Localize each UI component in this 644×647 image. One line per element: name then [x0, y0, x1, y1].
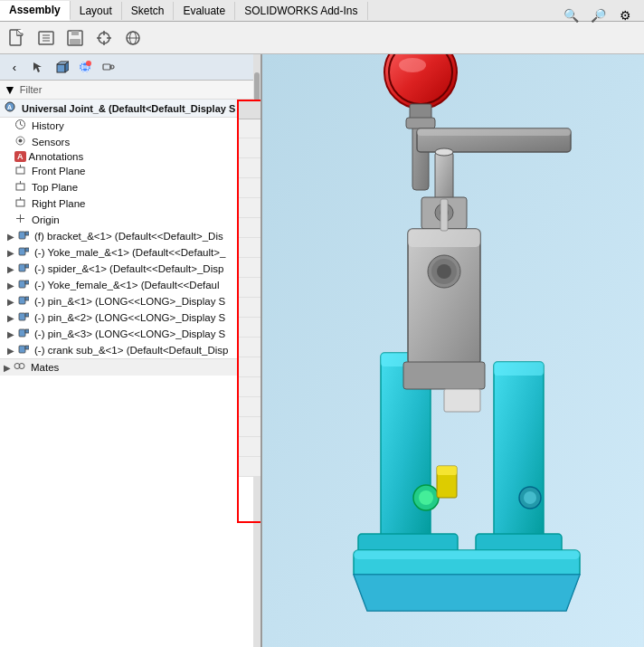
- col-spider-row: [238, 338, 262, 357]
- svg-rect-27: [103, 64, 110, 70]
- tree-item-sensors[interactable]: Sensors: [0, 134, 260, 150]
- svg-rect-57: [19, 346, 25, 353]
- svg-rect-122: [494, 362, 544, 376]
- settings-icon[interactable]: ⚙: [613, 4, 637, 27]
- annotations-label: Annotations: [29, 151, 84, 162]
- tree-item-pin1[interactable]: ▶ (-) pin_&<1> (LONG<<LONG>_Display S: [0, 293, 260, 309]
- svg-rect-7: [71, 31, 79, 35]
- globe-button[interactable]: [119, 24, 147, 52]
- panel-back-button[interactable]: ‹: [4, 57, 25, 77]
- tree-item-history[interactable]: History: [0, 118, 260, 134]
- svg-marker-141: [354, 575, 580, 611]
- col-right-plane-row: [238, 258, 262, 278]
- expand-icon-pin2: ▶: [7, 313, 14, 323]
- tree-item-right-plane[interactable]: Right Plane: [0, 195, 260, 212]
- panel-globe-icon: [78, 60, 92, 74]
- pin3-label: (-) pin_&<3> (LONG<<LONG>_Display S: [34, 328, 225, 339]
- tab-sketch[interactable]: Sketch: [122, 2, 175, 20]
- tree-item-origin[interactable]: Origin: [0, 212, 260, 228]
- tree-item-yoke-male[interactable]: ▶ (-) Yoke_male_&<1> (Default<<Default>_: [0, 244, 260, 261]
- col-root-row: [238, 138, 262, 158]
- svg-marker-52: [25, 297, 29, 300]
- tab-solidworks-addins[interactable]: SOLIDWORKS Add-Ins: [235, 2, 367, 20]
- tree-item-pin3[interactable]: ▶ (-) pin_&<3> (LONG<<LONG>_Display S: [0, 326, 260, 342]
- component-icon-yoke-male: [17, 245, 32, 260]
- panel-arrow-button[interactable]: [98, 57, 119, 77]
- expand-icon-bracket: ▶: [7, 232, 14, 242]
- bracket-label: (f) bracket_&<1> (Default<<Default>_Dis: [34, 231, 223, 242]
- component-icon-spider: [17, 262, 32, 276]
- svg-point-33: [19, 139, 23, 143]
- tree-root-item[interactable]: A Universal Joint_& (Default<Default_Dis…: [0, 100, 260, 118]
- col-filter-row: [238, 119, 262, 138]
- history-label: History: [32, 120, 64, 131]
- filter-icon: ▼: [4, 82, 16, 97]
- expand-icon-mates: ▶: [4, 363, 11, 373]
- component-icon-crank: [17, 343, 32, 357]
- svg-rect-47: [19, 264, 25, 271]
- component-icon-pin2: [17, 310, 32, 325]
- tree-item-pin2[interactable]: ▶ (-) pin_&<2> (LONG<<LONG>_Display S: [0, 309, 260, 326]
- 3d-view-area[interactable]: [262, 54, 644, 647]
- col-sensors-row: [238, 178, 262, 198]
- expand-icon-pin1: ▶: [7, 297, 14, 307]
- svg-rect-49: [19, 281, 25, 288]
- tree-item-crank[interactable]: ▶ (-) crank sub_&<1> (Default<Default_Di…: [0, 342, 260, 358]
- tree-item-mates[interactable]: ▶ Mates: [0, 358, 260, 376]
- tab-layout[interactable]: Layout: [71, 2, 122, 20]
- top-plane-label: Top Plane: [32, 182, 78, 193]
- col-front-plane-row: [238, 218, 262, 238]
- mates-label: Mates: [31, 362, 59, 373]
- tree-item-spider[interactable]: ▶ (-) spider_&<1> (Default<<Default>_Dis…: [0, 261, 260, 277]
- save-button[interactable]: [62, 24, 89, 52]
- component-icon-pin1: [17, 294, 32, 309]
- tree-item-top-plane[interactable]: Top Plane: [0, 179, 260, 195]
- expand-icon-spider: ▶: [7, 264, 14, 274]
- new-button[interactable]: [4, 24, 31, 52]
- panel-globe-button[interactable]: [74, 57, 96, 77]
- crosshair-button[interactable]: [90, 24, 118, 52]
- list-button[interactable]: [33, 24, 60, 52]
- pin2-label: (-) pin_&<2> (LONG<<LONG>_Display S: [34, 312, 225, 323]
- svg-rect-8: [70, 39, 80, 44]
- svg-marker-58: [25, 346, 29, 349]
- expand-icon-yoke-male: ▶: [7, 248, 14, 258]
- feature-tree-panel: ‹: [0, 54, 262, 647]
- search-icon[interactable]: 🔍: [559, 4, 582, 27]
- annotations-icon: A: [14, 151, 26, 162]
- save-icon: [65, 28, 85, 48]
- col-annotations-row: [238, 198, 262, 218]
- list-icon: [36, 28, 56, 48]
- svg-rect-37: [16, 184, 24, 190]
- svg-rect-112: [435, 152, 453, 202]
- col-pin2-row: [238, 397, 262, 417]
- svg-rect-125: [354, 550, 580, 559]
- globe-icon: [123, 28, 143, 48]
- mates-icon: [14, 360, 28, 375]
- expand-icon-pin3: ▶: [7, 329, 14, 339]
- main-toolbar: [0, 22, 644, 54]
- zoom-icon[interactable]: 🔎: [586, 4, 610, 27]
- tree-item-yoke-female[interactable]: ▶ (-) Yoke_female_&<1> (Default<<Defaul: [0, 277, 260, 293]
- tab-assembly[interactable]: Assembly: [0, 1, 71, 21]
- svg-point-130: [437, 264, 451, 279]
- svg-rect-35: [16, 167, 24, 174]
- svg-rect-131: [403, 362, 485, 389]
- tree-item-bracket[interactable]: ▶ (f) bracket_&<1> (Default<<Default>_Di…: [0, 228, 260, 244]
- svg-rect-55: [19, 329, 25, 337]
- panel-cube-button[interactable]: [51, 57, 72, 77]
- svg-rect-111: [417, 128, 571, 136]
- svg-text:A: A: [7, 104, 12, 110]
- yoke-male-label: (-) Yoke_male_&<1> (Default<<Default>_: [34, 247, 225, 258]
- tree-item-annotations[interactable]: A Annotations: [0, 150, 260, 163]
- tab-evaluate[interactable]: Evaluate: [174, 2, 235, 20]
- sensors-label: Sensors: [32, 137, 70, 147]
- cube-icon: [54, 60, 69, 74]
- pin1-label: (-) pin_&<1> (LONG<<LONG>_Display S: [34, 296, 225, 307]
- panel-cursor-button[interactable]: [27, 57, 49, 77]
- tree-item-front-plane[interactable]: Front Plane: [0, 163, 260, 179]
- main-area: ‹: [0, 54, 644, 647]
- front-plane-label: Front Plane: [32, 166, 85, 176]
- history-icon: [14, 119, 29, 133]
- panel-toolbar: ‹: [0, 54, 260, 81]
